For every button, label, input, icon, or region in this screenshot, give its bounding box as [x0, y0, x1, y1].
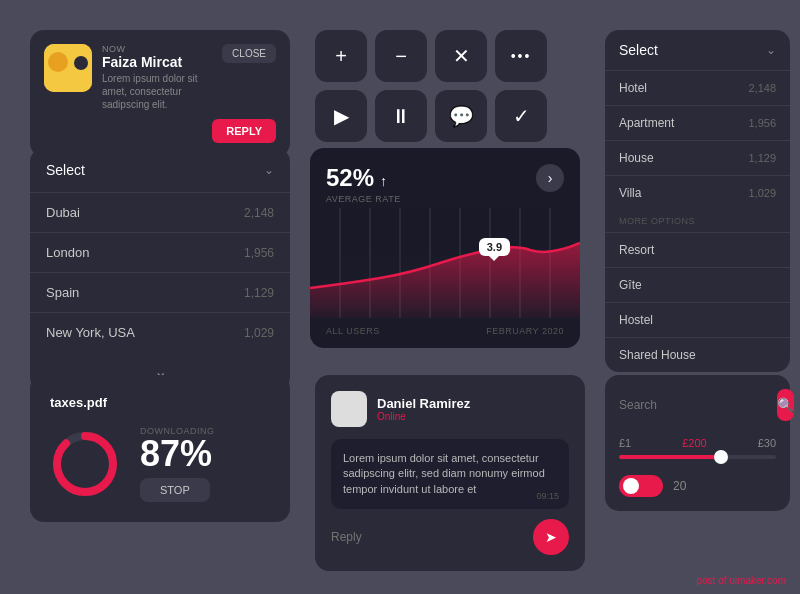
toggle-value: 20: [673, 479, 686, 493]
dropdown-right-header[interactable]: Select ⌄: [605, 30, 790, 70]
chart-footer-left: ALL USERS: [326, 326, 380, 336]
search-button[interactable]: 🔍: [777, 389, 794, 421]
toggle-thumb: [623, 478, 639, 494]
chat-bubble: Lorem ipsum dolor sit amet, consectetur …: [331, 439, 569, 509]
toggle-row: 20: [619, 475, 776, 497]
minus-icon: −: [395, 45, 407, 68]
chat-time: 09:15: [536, 491, 559, 501]
watermark: post of uimaker.com: [697, 575, 787, 586]
chat-card: Daniel Ramirez Online Lorem ipsum dolor …: [315, 375, 585, 571]
dropdown-left-header[interactable]: Select ⌄: [30, 148, 290, 192]
price-slider-track[interactable]: [619, 455, 776, 459]
item-value-london: 1,956: [244, 246, 274, 260]
pause-icon: ⏸: [391, 105, 411, 128]
notification-name: Faiza Mircat: [102, 54, 212, 70]
watermark-post: .com: [764, 575, 786, 586]
list-item[interactable]: Shared House: [605, 337, 790, 372]
chart-arrow-icon: ↑: [380, 173, 387, 189]
chat-reply-row: ➤: [331, 519, 569, 555]
list-item[interactable]: Villa 1,029: [605, 175, 790, 210]
donut-chart: [50, 429, 120, 499]
avatar: [44, 44, 92, 92]
stop-button[interactable]: STOP: [140, 478, 210, 502]
chart-percent: 52%: [326, 164, 374, 192]
check-button[interactable]: ✓: [495, 90, 547, 142]
chat-user-row: Daniel Ramirez Online: [331, 391, 569, 427]
chat-icon: 💬: [449, 104, 474, 128]
more-icon: •••: [511, 48, 532, 64]
pause-button[interactable]: ⏸: [375, 90, 427, 142]
chart-footer-right: FEBRUARY 2020: [486, 326, 564, 336]
slider-thumb[interactable]: [714, 450, 728, 464]
minus-button[interactable]: −: [375, 30, 427, 82]
close-icon: ✕: [453, 44, 470, 68]
list-item[interactable]: London 1,956: [30, 232, 290, 272]
chat-button[interactable]: 💬: [435, 90, 487, 142]
dropdown-left-placeholder: Select: [46, 162, 85, 178]
send-button[interactable]: ➤: [533, 519, 569, 555]
dropdown-right-placeholder: Select: [619, 42, 658, 58]
watermark-brand: uimaker: [729, 575, 764, 586]
plus-icon: +: [335, 45, 347, 68]
item-label-spain: Spain: [46, 285, 79, 300]
plus-button[interactable]: +: [315, 30, 367, 82]
reply-input[interactable]: [331, 530, 525, 544]
more-button[interactable]: •••: [495, 30, 547, 82]
notification-content: NOW Faiza Mircat Lorem ipsum dolor sit a…: [102, 44, 212, 111]
item-value-spain: 1,129: [244, 286, 274, 300]
watermark-pre: post of: [697, 575, 730, 586]
chat-message: Lorem ipsum dolor sit amet, consectetur …: [343, 451, 557, 497]
notification-now-label: NOW: [102, 44, 212, 54]
list-item[interactable]: Spain 1,129: [30, 272, 290, 312]
play-button[interactable]: ▶: [315, 90, 367, 142]
reply-button[interactable]: REPLY: [212, 119, 276, 143]
item-label-dubai: Dubai: [46, 205, 80, 220]
list-item[interactable]: Apartment 1,956: [605, 105, 790, 140]
list-item[interactable]: Gîte: [605, 267, 790, 302]
slider-max-label: £200: [682, 437, 706, 449]
item-value-dubai: 2,148: [244, 206, 274, 220]
close-button[interactable]: CLOSE: [222, 44, 276, 63]
item-label-newyork: New York, USA: [46, 325, 135, 340]
list-item[interactable]: Dubai 2,148: [30, 192, 290, 232]
list-item[interactable]: Resort: [605, 232, 790, 267]
chart-label: AVERAGE RATE: [326, 194, 401, 204]
search-input[interactable]: [619, 398, 769, 412]
search-icon: 🔍: [777, 397, 794, 413]
toggle-switch[interactable]: [619, 475, 663, 497]
chat-username: Daniel Ramirez: [377, 396, 470, 411]
svg-point-10: [57, 436, 113, 492]
download-percent: 87%: [140, 436, 270, 472]
chevron-down-icon: ⌄: [766, 43, 776, 57]
slider-extra-label: £30: [758, 437, 776, 449]
price-slider-section: £1 £200 £30: [619, 437, 776, 459]
send-icon: ➤: [545, 529, 557, 545]
download-card: taxes.pdf DOWNLOADING 87% STOP: [30, 375, 290, 522]
item-label-london: London: [46, 245, 89, 260]
check-icon: ✓: [513, 104, 530, 128]
close-button-grid[interactable]: ✕: [435, 30, 487, 82]
dropdown-left: Select ⌄ Dubai 2,148 London 1,956 Spain …: [30, 148, 290, 391]
list-item[interactable]: House 1,129: [605, 140, 790, 175]
chat-avatar: [331, 391, 367, 427]
dropdown-right: Select ⌄ Hotel 2,148 Apartment 1,956 Hou…: [605, 30, 790, 372]
chevron-down-icon: ⌄: [264, 163, 274, 177]
slider-min-label: £1: [619, 437, 631, 449]
list-item[interactable]: Hotel 2,148: [605, 70, 790, 105]
item-value-newyork: 1,029: [244, 326, 274, 340]
chart-next-button[interactable]: ›: [536, 164, 564, 192]
controls-panel: 🔍 £1 £200 £30 20: [605, 375, 790, 511]
notification-text: Lorem ipsum dolor sit amet, consectetur …: [102, 72, 212, 111]
chat-status: Online: [377, 411, 470, 422]
slider-fill: [619, 455, 721, 459]
notification-card: NOW Faiza Mircat Lorem ipsum dolor sit a…: [30, 30, 290, 157]
chart-svg-container: 3.9: [310, 208, 580, 318]
play-icon: ▶: [334, 104, 349, 128]
more-options-label: MORE OPTIONS: [605, 210, 790, 232]
list-item[interactable]: New York, USA 1,029: [30, 312, 290, 352]
chart-tooltip: 3.9: [479, 238, 510, 256]
download-filename: taxes.pdf: [50, 395, 270, 410]
chart-footer: ALL USERS FEBRUARY 2020: [326, 326, 564, 336]
search-row: 🔍: [619, 389, 776, 421]
list-item[interactable]: Hostel: [605, 302, 790, 337]
